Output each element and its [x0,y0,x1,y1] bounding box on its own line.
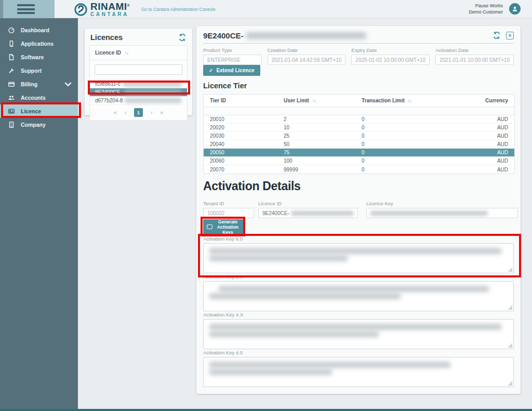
licence-list-row[interactable]: fc9e8611-c [90,80,187,88]
user-limit-cell: 99999 [284,167,362,173]
field-label: Activation Date [435,47,514,53]
hamburger-menu-icon[interactable] [17,4,35,16]
pagination-last-button[interactable]: » [160,110,163,115]
redacted-text [123,82,182,86]
resize-handle[interactable] [508,381,512,386]
mobile-app-icon [7,40,15,48]
activation-key-6-0-textarea[interactable] [203,243,514,273]
sidebar-item-label: Accounts [21,95,46,101]
brand-secondary: CANTARA [90,12,130,17]
licence-id-text: 9E2400CE- [95,89,122,95]
creation-date-input[interactable]: 2021-01-04 14:42:59 GMT+10 [268,55,346,65]
table-row[interactable]: 20010 2 0 AUD [204,115,514,124]
licence-list-row-selected[interactable]: 9E2400CE- [90,88,187,97]
licence-id-input[interactable]: 9E2400CE- [258,208,358,218]
tenant-id-input[interactable]: 100032 [203,208,254,218]
check-icon: ✓ [209,68,213,73]
field-label: Licence ID [258,201,358,206]
admin-console-link[interactable]: Go to Cantara Administration Console [141,7,216,12]
redacted-text [209,255,348,261]
extend-licence-button[interactable]: ✓ Extend Licence [203,65,260,76]
field-label: Product Type [203,47,262,53]
sidebar-item-accounts[interactable]: Accounts [0,91,78,104]
chevron-down-icon [64,81,72,88]
currency-cell: AUD [445,150,508,155]
table-row-selected[interactable]: 20050 75 0 AUD [204,149,514,157]
sidebar-item-label: Licence [21,108,41,114]
field-label: Tenant ID [203,201,254,206]
field-label: Licence Key [366,201,518,206]
table-row[interactable]: 20020 10 0 AUD [204,124,514,132]
transaction-limit-cell: 0 [362,150,445,155]
licences-list-panel: Licences Licence ID ↑↓ fc9e8611-c 9E2 [85,29,192,115]
transaction-limit-cell: 0 [362,158,445,164]
sidebar-item-dashboard[interactable]: Dashboard [0,23,78,37]
user-limit-cell: 100 [284,158,362,164]
product-type-input[interactable]: ENTERPRISE [203,55,262,65]
pagination-first-button[interactable]: « [114,110,117,115]
activation-date-input[interactable]: 2021-01-01 10:00:00 GMT+10 [435,55,514,65]
dashboard-icon [7,26,15,34]
pagination-prev-button[interactable]: ‹ [125,110,126,115]
user-name: Demo Customer [469,9,503,16]
redacted-text [209,324,502,330]
tier-id-cell: 20010 [210,116,284,122]
table-row[interactable]: 20070 99999 0 AUD [204,165,514,174]
bottom-accent-bar [0,409,532,411]
redacted-text [370,211,488,216]
pagination-current-page[interactable]: 1 [134,108,143,117]
licence-id-column-header[interactable]: Licence ID ↑↓ [90,46,187,60]
refresh-icon[interactable] [178,33,187,42]
sidebar-item-company[interactable]: Company [0,118,78,131]
redacted-text [209,369,332,375]
redacted-text [291,211,354,216]
resize-handle[interactable] [508,343,512,348]
user-limit-column-header[interactable]: User Limit ↑↓ [284,98,362,103]
licence-list-row[interactable]: d677b204-8 [90,97,187,105]
sidebar-item-software[interactable]: Software [0,50,78,64]
transaction-limit-cell: 0 [362,116,445,122]
user-limit-cell: 2 [284,116,362,122]
generate-label-line2: Activation Keys [217,224,238,235]
sort-icon[interactable]: ↑↓ [408,98,411,103]
licence-key-input[interactable] [366,208,518,218]
sidebar-item-support[interactable]: Support [0,64,78,77]
activation-key-5-x-textarea[interactable] [203,281,514,311]
tier-id-cell: 20050 [210,150,284,155]
user-company: Pause Works [469,3,503,9]
pagination-next-button[interactable]: › [151,110,152,115]
field-tenant-id: Tenant ID 100032 [203,201,254,218]
divider [203,43,514,44]
sort-icon[interactable]: ↑↓ [312,98,316,103]
table-row[interactable]: 20060 100 0 AUD [204,157,514,165]
refresh-icon[interactable] [493,31,501,39]
id-card-icon [7,108,15,115]
transaction-limit-column-header[interactable]: Transaction Limit ↑↓ [362,98,445,103]
user-limit-cell: 50 [284,141,362,147]
activation-key-label: Activation Key 6.0 [203,236,514,242]
activation-key-4-x-textarea[interactable] [203,319,514,349]
resize-handle[interactable] [508,267,512,272]
resize-handle[interactable] [508,305,512,310]
activation-key-4-0-textarea[interactable] [203,357,514,387]
sort-icon[interactable]: ↑↓ [125,50,128,56]
sidebar-item-applications[interactable]: Applications [0,37,78,50]
app-window: RINAMI® CANTARA Go to Cantara Administra… [0,0,532,411]
close-icon[interactable]: × [506,32,514,39]
expiry-date-input[interactable]: 2025-01-02 10:00:00 GMT+10 [351,55,430,65]
table-row[interactable]: 20040 50 0 AUD [204,140,514,149]
licence-id-filter-input[interactable] [95,64,182,75]
licence-tier-section-title: Licence Tier [203,82,247,90]
generate-activation-keys-button[interactable]: Generate Activation Keys [203,219,244,234]
sidebar-item-licence[interactable]: Licence [0,104,78,118]
sidebar-item-billing[interactable]: Billing [0,77,78,91]
licence-id-text: fc9e8611-c [95,81,121,87]
activation-key-label: Activation Key 4.X [203,312,514,317]
user-avatar-icon[interactable] [509,3,521,15]
file-icon [7,54,15,61]
user-limit-cell: 10 [284,125,362,130]
currency-cell: AUD [445,125,508,130]
field-label: Expiry Date [351,47,430,53]
table-row[interactable]: 20030 25 0 AUD [204,132,514,140]
field-label: Creation Date [268,47,346,53]
